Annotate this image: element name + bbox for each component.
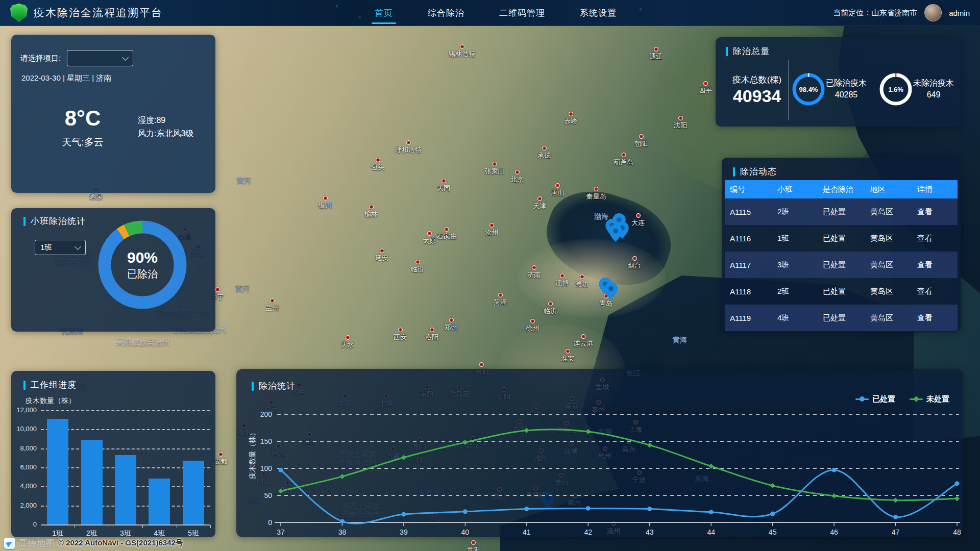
class-select[interactable]: 1班	[35, 240, 86, 255]
weather-description: 天气:多云	[42, 136, 124, 149]
bar-ytick-label: 4,000	[11, 482, 37, 490]
data-point-diamond[interactable]	[339, 474, 345, 479]
amap-watermark: 高德地图	[18, 537, 55, 549]
table-cell: 2班	[772, 287, 818, 296]
data-point-circle[interactable]	[586, 506, 591, 511]
data-point-diamond[interactable]	[954, 496, 960, 501]
city-marker-dot	[430, 328, 434, 332]
line-ytick-label: 50	[264, 491, 272, 499]
city-marker-dot	[489, 223, 494, 228]
city-marker-dot	[498, 293, 503, 297]
table-cell: 黄岛区	[865, 313, 912, 323]
bar-gridline	[41, 524, 210, 525]
data-point-circle[interactable]	[647, 507, 652, 511]
table-header-cell: 地区	[865, 185, 912, 194]
city-label: 郑州	[445, 318, 458, 331]
data-point-circle[interactable]	[524, 507, 529, 511]
data-point-circle[interactable]	[401, 512, 406, 517]
project-select[interactable]	[67, 50, 133, 66]
data-point-diamond[interactable]	[647, 442, 652, 447]
data-point-diamond[interactable]	[462, 440, 468, 445]
map-attribution: 高德地图 © 2022 AutoNavi - GS(2021)6342号	[4, 537, 183, 549]
bar-1班[interactable]	[47, 419, 68, 524]
nav-tab-4[interactable]: 系统设置	[562, 0, 634, 26]
city-marker-dot	[215, 287, 220, 292]
city-label: 贵阳	[467, 540, 480, 551]
bar-axis-tick	[109, 525, 109, 528]
location-pin-icon[interactable]	[609, 224, 622, 242]
user-avatar[interactable]	[924, 4, 942, 21]
table-row: A11182班已处置黄岛区查看	[725, 278, 958, 305]
data-point-circle[interactable]	[463, 509, 468, 514]
city-label: 临汾	[411, 260, 424, 273]
table-row: A11194班已处置黄岛区查看	[725, 305, 958, 331]
city-marker-dot	[622, 153, 626, 157]
donut-chart	[94, 216, 191, 313]
data-point-diamond[interactable]	[524, 428, 529, 433]
user-name[interactable]: admin	[949, 9, 970, 17]
bar-5班[interactable]	[183, 461, 204, 524]
line-ytick-label: 100	[260, 464, 273, 472]
region-label: 果洛藏族自治州	[116, 338, 170, 346]
city-marker-dot	[398, 328, 403, 332]
city-label: 唐山	[551, 183, 564, 196]
map-label-text: 朝阳	[634, 140, 648, 147]
table-cell: 已处置	[818, 260, 865, 270]
nav-tab-1[interactable]: 首页	[357, 0, 410, 26]
bar-3班[interactable]	[115, 455, 136, 524]
data-point-circle[interactable]	[340, 519, 345, 523]
city-label: 太原	[423, 231, 436, 244]
class-stats-title: 小班除治统计	[23, 215, 86, 227]
data-point-diamond[interactable]	[831, 493, 837, 498]
table-row: A11161班已处置黄岛区查看	[725, 225, 958, 252]
city-label: 大同	[437, 179, 450, 192]
map-label-text: 银川	[318, 202, 332, 209]
city-marker-dot	[594, 187, 599, 191]
table-cell: 已处置	[818, 287, 865, 296]
data-point-diamond[interactable]	[278, 489, 283, 494]
data-point-diamond[interactable]	[585, 429, 591, 434]
bar-2班[interactable]	[81, 440, 103, 524]
city-marker-dot	[479, 362, 484, 367]
data-point-circle[interactable]	[770, 512, 775, 516]
detail-link[interactable]: 查看	[912, 207, 958, 217]
city-label: 沧州	[485, 223, 498, 236]
data-point-diamond[interactable]	[401, 455, 406, 460]
bar-4班[interactable]	[149, 479, 170, 524]
nav-tab-2[interactable]: 综合除治	[410, 0, 482, 26]
app-logo-icon	[10, 4, 28, 22]
map-label-text: 通辽	[649, 53, 663, 60]
removal-total-panel: 除治总量 疫木总数(棵) 40934 98.4%已除治疫木402851.6%未除…	[716, 37, 961, 127]
detail-link[interactable]: 查看	[912, 313, 958, 323]
data-point-circle[interactable]	[893, 515, 898, 519]
city-marker-dot	[442, 179, 446, 183]
data-point-diamond[interactable]	[893, 498, 898, 503]
chevron-down-icon	[122, 54, 129, 61]
location-pin-icon[interactable]	[604, 282, 618, 299]
city-marker-dot	[460, 44, 464, 49]
nav-tab-3[interactable]: 二维码管理	[482, 0, 562, 26]
detail-link[interactable]: 查看	[912, 287, 958, 296]
line-xtick-label: 37	[277, 528, 285, 536]
dashboard-root: 锡林浩特通辽四平赤峰沈阳朝阳承德葫芦岛呼和浩特包头张家口北京大同唐山秦皇岛大连天…	[0, 0, 980, 551]
removal-dynamics-panel: 除治动态 编号小班是否除治地区详情A11152班已处置黄岛区查看A11161班已…	[722, 158, 961, 332]
map-label-text: 成都	[214, 458, 227, 465]
bar-ytick-label: 2,000	[11, 502, 37, 509]
city-marker-dot	[445, 227, 449, 232]
map-label-text: 包头	[371, 163, 384, 171]
data-point-circle[interactable]	[709, 510, 714, 514]
data-point-circle[interactable]	[279, 468, 283, 472]
city-marker-dot	[471, 540, 476, 545]
data-point-circle[interactable]	[955, 481, 960, 486]
data-point-circle[interactable]	[832, 468, 837, 472]
city-marker-dot	[569, 112, 573, 116]
pin-svg	[609, 224, 622, 242]
data-point-diamond[interactable]	[770, 483, 775, 488]
city-marker-dot	[415, 260, 420, 264]
detail-link[interactable]: 查看	[912, 260, 958, 270]
map-label-text: 承德	[537, 152, 551, 159]
bar-ytick-label: 12,000	[11, 406, 37, 414]
map-label-text: 大同	[437, 184, 450, 192]
class-stats-panel: 小班除治统计 1班 90% 已除治	[11, 208, 215, 332]
detail-link[interactable]: 查看	[912, 234, 958, 243]
